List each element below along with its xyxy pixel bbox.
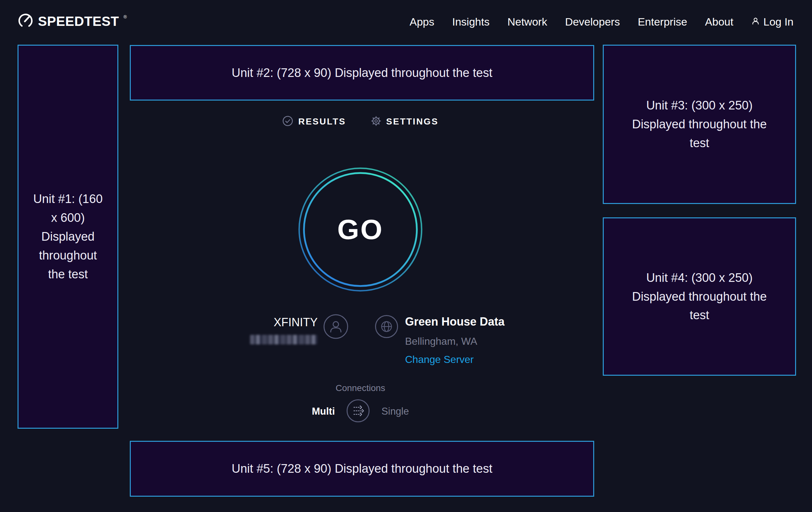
nav-item-insights[interactable]: Insights — [452, 16, 490, 28]
user-circle-icon — [323, 314, 349, 341]
tab-results[interactable]: RESULTS — [282, 115, 346, 128]
connections-title: Connections — [336, 383, 385, 393]
multi-arrows-circle-icon[interactable] — [346, 399, 370, 424]
ad-unit-5-text: Unit #5: (728 x 90) Displayed throughout… — [232, 459, 492, 478]
nav-item-network[interactable]: Network — [508, 16, 547, 28]
isp-name[interactable]: XFINITY — [250, 316, 318, 329]
tab-settings[interactable]: SETTINGS — [371, 116, 438, 127]
tab-settings-label: SETTINGS — [386, 116, 438, 127]
login-button[interactable]: Log In — [751, 16, 793, 28]
speedometer-gauge-icon — [18, 13, 33, 30]
connections-multi-label[interactable]: Multi — [312, 406, 335, 417]
speedtest-page: SPEEDTEST ® Apps Insights Network Develo… — [0, 0, 812, 512]
logo-trademark: ® — [123, 15, 126, 20]
ad-unit-1[interactable]: Unit #1: (160 x 600) Displayed throughou… — [18, 45, 118, 429]
connection-info: XFINITY Green House Data Bellingham, WA … — [250, 315, 518, 366]
connections-single-label[interactable]: Single — [381, 406, 409, 417]
server-name: Green House Data — [405, 315, 504, 328]
change-server-link[interactable]: Change Server — [405, 354, 504, 366]
ad-unit-1-text: Unit #1: (160 x 600) Displayed throughou… — [29, 190, 107, 284]
server-location: Bellingham, WA — [405, 335, 504, 347]
connections-toggle: Multi Single — [312, 399, 409, 424]
user-icon — [751, 16, 760, 28]
login-label: Log In — [763, 16, 793, 28]
ad-unit-3[interactable]: Unit #3: (300 x 250) Displayed throughou… — [603, 45, 796, 204]
ad-unit-4-text: Unit #4: (300 x 250) Displayed throughou… — [629, 268, 770, 325]
tab-results-label: RESULTS — [298, 116, 346, 127]
top-nav: Apps Insights Network Developers Enterpr… — [409, 16, 793, 28]
nav-item-enterprise[interactable]: Enterprise — [638, 16, 687, 28]
gear-icon — [371, 116, 381, 127]
nav-item-about[interactable]: About — [705, 16, 733, 28]
ad-unit-3-text: Unit #3: (300 x 250) Displayed throughou… — [629, 96, 770, 153]
logo-wordmark: SPEEDTEST — [38, 14, 119, 29]
nav-item-apps[interactable]: Apps — [409, 16, 434, 28]
ad-unit-5[interactable]: Unit #5: (728 x 90) Displayed throughout… — [130, 441, 594, 497]
ad-unit-2[interactable]: Unit #2: (728 x 90) Displayed throughout… — [130, 45, 594, 101]
speedtest-logo[interactable]: SPEEDTEST ® — [18, 13, 127, 30]
globe-circle-icon — [374, 315, 399, 340]
view-tabs: RESULTS SETTINGS — [282, 115, 438, 128]
go-label: GO — [298, 167, 423, 292]
isp-detail-blurred — [250, 335, 318, 344]
ad-unit-2-text: Unit #2: (728 x 90) Displayed throughout… — [232, 63, 492, 82]
go-button[interactable]: GO — [298, 167, 423, 292]
nav-item-developers[interactable]: Developers — [565, 16, 620, 28]
server-block: Green House Data Bellingham, WA Change S… — [405, 315, 504, 366]
ad-unit-4[interactable]: Unit #4: (300 x 250) Displayed throughou… — [603, 217, 796, 376]
check-circle-icon — [282, 115, 293, 128]
